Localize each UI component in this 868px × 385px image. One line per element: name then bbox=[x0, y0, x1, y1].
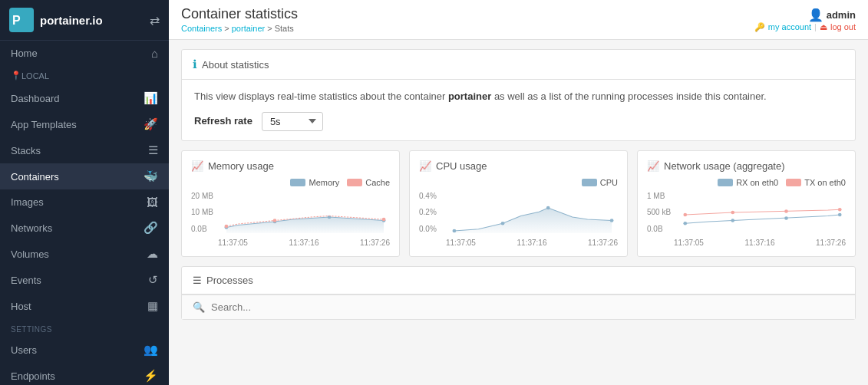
svg-point-9 bbox=[225, 224, 229, 228]
svg-point-16 bbox=[610, 219, 614, 222]
memory-color-swatch bbox=[290, 179, 305, 186]
y-label-mid: 500 kB bbox=[647, 208, 674, 216]
x-label-1: 11:37:16 bbox=[745, 239, 775, 247]
sidebar-item-containers[interactable]: Containers 🐳 bbox=[0, 163, 169, 189]
svg-point-18 bbox=[731, 219, 734, 222]
sidebar-item-label: Networks bbox=[11, 222, 52, 234]
processes-header[interactable]: ☰ Processes bbox=[182, 267, 855, 295]
refresh-label: Refresh rate bbox=[194, 114, 252, 129]
dashboard-icon: 📊 bbox=[144, 91, 158, 105]
volumes-icon: ☁ bbox=[147, 247, 158, 261]
breadcrumb-portainer[interactable]: portainer bbox=[232, 24, 265, 33]
portainer-logo-icon: P bbox=[9, 8, 34, 32]
sidebar-item-app-templates[interactable]: App Templates 🚀 bbox=[0, 111, 169, 137]
content-area: ℹ About statistics This view displays re… bbox=[169, 40, 868, 385]
header-left: Container statistics Containers > portai… bbox=[181, 6, 298, 33]
key-icon: 🔑 bbox=[754, 22, 765, 32]
memory-chart-area: Memory Cache 20 MB 10 MB 0.0B bbox=[191, 178, 390, 247]
users-icon: 👥 bbox=[144, 343, 158, 357]
sidebar-navigation: Home ⌂ 📍 LOCAL Dashboard 📊 App Templates… bbox=[0, 41, 169, 385]
info-panel-body: This view displays real-time statistics … bbox=[182, 79, 855, 140]
cpu-y-labels: 0.4% 0.2% 0.0% bbox=[419, 192, 446, 233]
network-chart-icon: 📈 bbox=[647, 160, 659, 172]
images-icon: 🖼 bbox=[147, 196, 158, 209]
logout-icon: ⏏ bbox=[820, 22, 827, 32]
network-chart-area: RX on eth0 TX on eth0 1 MB 500 kB 0.0B bbox=[647, 178, 846, 247]
networks-icon: 🔗 bbox=[144, 221, 158, 235]
transfer-icon[interactable]: ⇄ bbox=[150, 13, 160, 28]
refresh-rate-select[interactable]: 1s 2s 5s 10s 30s bbox=[262, 112, 323, 131]
network-legend-tx: TX on eth0 bbox=[786, 178, 846, 187]
processes-search-input[interactable] bbox=[211, 301, 844, 313]
sidebar-item-label: Home bbox=[11, 48, 38, 59]
network-usage-title: 📈 Network usage (aggregate) bbox=[647, 160, 846, 172]
host-icon: ▦ bbox=[147, 299, 158, 313]
info-icon: ℹ bbox=[193, 58, 197, 71]
header-links: 🔑 my account | ⏏ log out bbox=[754, 22, 856, 32]
memory-usage-card: 📈 Memory usage Memory Cache bbox=[181, 150, 400, 257]
page-header: Container statistics Containers > portai… bbox=[169, 0, 868, 40]
memory-legend: Memory Cache bbox=[290, 178, 390, 187]
cache-color-swatch bbox=[347, 179, 362, 186]
logo-text: portainer.io bbox=[40, 14, 103, 27]
sidebar-logo: P portainer.io ⇄ bbox=[0, 0, 169, 41]
svg-point-24 bbox=[838, 208, 842, 212]
sidebar-item-networks[interactable]: Networks 🔗 bbox=[0, 215, 169, 241]
logout-link[interactable]: log out bbox=[830, 22, 856, 31]
y-label-bot: 0.0B bbox=[191, 225, 218, 233]
page-title: Container statistics bbox=[181, 6, 298, 22]
svg-point-22 bbox=[731, 210, 734, 214]
refresh-row: Refresh rate 1s 2s 5s 10s 30s bbox=[194, 112, 843, 131]
sidebar-item-stacks[interactable]: Stacks ☰ bbox=[0, 137, 169, 163]
x-label-0: 11:37:05 bbox=[674, 239, 704, 247]
user-icon: 👤 bbox=[808, 8, 823, 22]
header-right: 👤 admin 🔑 my account | ⏏ log out bbox=[754, 8, 856, 32]
svg-point-11 bbox=[382, 217, 386, 221]
svg-point-10 bbox=[273, 219, 277, 222]
y-label-mid: 10 MB bbox=[191, 208, 218, 216]
processes-title: Processes bbox=[206, 275, 253, 286]
processes-icon: ☰ bbox=[193, 275, 202, 286]
x-label-2: 11:37:26 bbox=[360, 239, 390, 247]
processes-panel: ☰ Processes 🔍 bbox=[181, 266, 856, 320]
cpu-chart-icon: 📈 bbox=[419, 160, 431, 172]
svg-point-21 bbox=[683, 212, 687, 216]
cpu-legend: CPU bbox=[582, 178, 618, 187]
network-chart-svg bbox=[679, 192, 846, 233]
svg-point-20 bbox=[838, 212, 842, 216]
sidebar-item-home[interactable]: Home ⌂ bbox=[0, 41, 169, 66]
info-panel: ℹ About statistics This view displays re… bbox=[181, 49, 856, 141]
memory-x-labels: 11:37:05 11:37:16 11:37:26 bbox=[218, 239, 390, 247]
admin-label: 👤 admin bbox=[808, 8, 856, 22]
breadcrumb-containers[interactable]: Containers bbox=[181, 24, 222, 33]
chart-icon: 📈 bbox=[191, 160, 203, 172]
cpu-chart-area: CPU 0.4% 0.2% 0.0% bbox=[419, 178, 618, 247]
containers-icon: 🐳 bbox=[144, 169, 158, 183]
svg-marker-4 bbox=[226, 217, 384, 233]
sidebar-item-label: Volumes bbox=[11, 248, 49, 260]
info-panel-header[interactable]: ℹ About statistics bbox=[182, 50, 855, 79]
sidebar-item-endpoints[interactable]: Endpoints ⚡ bbox=[0, 363, 169, 385]
network-legend: RX on eth0 TX on eth0 bbox=[718, 178, 846, 187]
search-icon: 🔍 bbox=[193, 301, 205, 313]
sidebar-item-images[interactable]: Images 🖼 bbox=[0, 189, 169, 215]
memory-chart-svg bbox=[220, 192, 390, 233]
x-label-1: 11:37:16 bbox=[517, 239, 547, 247]
breadcrumb-stats: > Stats bbox=[267, 24, 294, 33]
sidebar-item-label: Stacks bbox=[11, 145, 41, 156]
memory-legend-cache: Cache bbox=[347, 178, 390, 187]
x-label-0: 11:37:05 bbox=[218, 239, 248, 247]
my-account-link[interactable]: my account bbox=[768, 22, 811, 31]
y-label-top: 20 MB bbox=[191, 192, 218, 200]
sidebar-item-users[interactable]: Users 👥 bbox=[0, 337, 169, 363]
sidebar-item-dashboard[interactable]: Dashboard 📊 bbox=[0, 85, 169, 111]
sidebar-item-host[interactable]: Host ▦ bbox=[0, 293, 169, 319]
breadcrumb: Containers > portainer > Stats bbox=[181, 24, 298, 33]
home-icon: ⌂ bbox=[151, 47, 158, 60]
sidebar-item-events[interactable]: Events ↺ bbox=[0, 267, 169, 293]
sidebar-item-volumes[interactable]: Volumes ☁ bbox=[0, 241, 169, 267]
sidebar-item-label: Containers bbox=[11, 171, 59, 183]
user-name: admin bbox=[827, 9, 856, 21]
memory-legend-memory: Memory bbox=[290, 178, 339, 187]
x-label-0: 11:37:05 bbox=[446, 239, 476, 247]
